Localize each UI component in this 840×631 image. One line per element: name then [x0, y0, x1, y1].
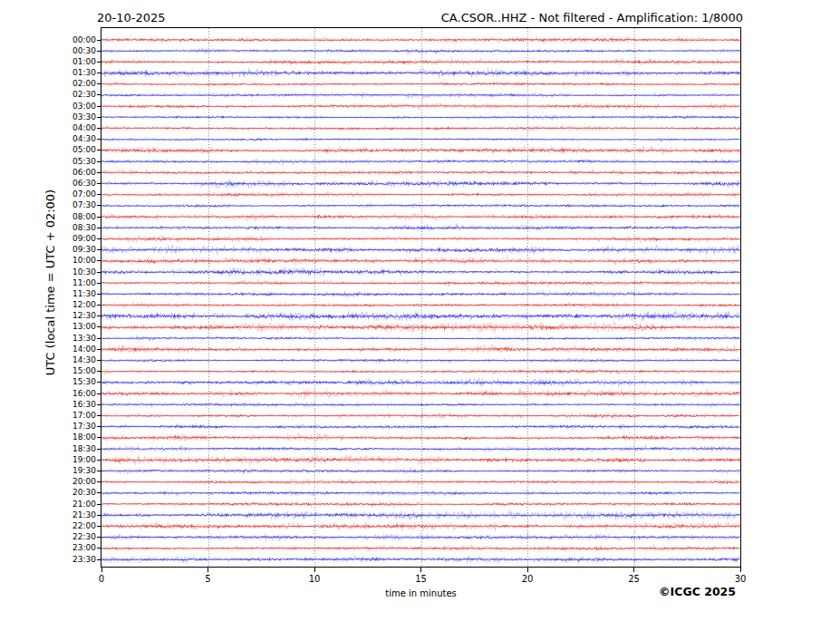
y-tick-label: 17:00 — [56, 411, 96, 421]
y-tick-label: 23:30 — [56, 555, 96, 565]
y-tick-mark — [97, 106, 101, 107]
y-tick-mark — [97, 294, 101, 295]
station-title: CA.CSOR..HHZ - Not filtered - Amplificat… — [441, 11, 743, 24]
y-tick-mark — [97, 40, 101, 41]
x-tick-mark — [633, 568, 634, 572]
y-tick-label: 20:00 — [56, 477, 96, 487]
y-tick-mark — [97, 449, 101, 450]
y-tick-label: 16:30 — [56, 400, 96, 410]
y-tick-mark — [97, 161, 101, 162]
y-tick-label: 03:30 — [56, 112, 96, 122]
y-tick-label: 23:00 — [56, 543, 96, 553]
x-tick-mark — [208, 568, 208, 572]
y-tick-label: 06:00 — [56, 168, 96, 178]
y-tick-label: 21:00 — [56, 500, 96, 510]
y-tick-mark — [97, 338, 101, 339]
y-tick-label: 07:00 — [56, 189, 96, 199]
y-tick-label: 11:00 — [56, 278, 96, 288]
copyright-text: ©ICGC 2025 — [659, 585, 736, 598]
y-tick-mark — [97, 559, 101, 560]
y-tick-mark — [97, 515, 101, 516]
y-tick-label: 13:00 — [56, 322, 96, 332]
x-tick-label: 20 — [509, 574, 546, 584]
y-tick-mark — [97, 139, 101, 140]
y-tick-label: 19:00 — [56, 455, 96, 465]
y-tick-mark — [97, 460, 101, 461]
y-tick-label: 08:00 — [56, 212, 96, 222]
y-tick-label: 21:30 — [56, 510, 96, 520]
y-tick-label: 22:30 — [56, 532, 96, 542]
y-tick-mark — [97, 526, 101, 527]
y-tick-mark — [97, 228, 101, 228]
y-tick-mark — [97, 437, 101, 438]
y-tick-label: 09:00 — [56, 234, 96, 244]
x-tick-mark — [527, 568, 528, 572]
y-tick-label: 11:30 — [56, 289, 96, 299]
y-tick-label: 08:30 — [56, 223, 96, 233]
y-tick-mark — [97, 249, 101, 250]
x-tick-mark — [314, 568, 315, 572]
y-tick-mark — [97, 349, 101, 350]
x-axis-label: time in minutes — [101, 588, 740, 598]
x-tick-label: 5 — [190, 574, 227, 584]
y-tick-label: 09:30 — [56, 245, 96, 255]
y-tick-label: 03:00 — [56, 102, 96, 112]
y-tick-mark — [97, 305, 101, 306]
y-tick-mark — [97, 481, 101, 482]
y-tick-label: 10:30 — [56, 267, 96, 277]
y-tick-label: 04:00 — [56, 123, 96, 133]
x-tick-label: 0 — [83, 574, 120, 584]
x-tick-label: 25 — [616, 574, 652, 584]
y-tick-mark — [97, 194, 101, 195]
y-tick-mark — [97, 73, 101, 73]
y-tick-mark — [97, 117, 101, 118]
y-tick-mark — [97, 360, 101, 361]
y-tick-label: 22:00 — [56, 521, 96, 531]
y-tick-label: 02:00 — [56, 79, 96, 89]
y-tick-label: 15:30 — [56, 377, 96, 387]
y-tick-mark — [97, 316, 101, 316]
y-tick-label: 04:30 — [56, 134, 96, 144]
y-tick-mark — [97, 272, 101, 273]
y-tick-label: 05:00 — [56, 145, 96, 155]
y-tick-label: 18:00 — [56, 432, 96, 442]
x-tick-label: 10 — [296, 574, 333, 584]
y-tick-label: 07:30 — [56, 200, 96, 210]
y-tick-mark — [97, 371, 101, 372]
y-tick-label: 20:30 — [56, 488, 96, 498]
y-tick-label: 19:30 — [56, 466, 96, 476]
y-tick-mark — [97, 415, 101, 416]
y-tick-mark — [97, 62, 101, 63]
y-tick-mark — [97, 172, 101, 173]
helicorder-page: 20-10-2025 CA.CSOR..HHZ - Not filtered -… — [0, 0, 840, 631]
y-tick-label: 15:00 — [56, 366, 96, 376]
y-tick-label: 12:30 — [56, 311, 96, 321]
x-tick-mark — [420, 568, 421, 572]
y-tick-mark — [97, 471, 101, 471]
y-tick-label: 05:30 — [56, 157, 96, 167]
y-tick-mark — [97, 217, 101, 218]
x-tick-mark — [101, 568, 102, 572]
y-tick-mark — [97, 492, 101, 493]
y-tick-label: 16:00 — [56, 389, 96, 399]
y-tick-mark — [97, 504, 101, 505]
y-axis-label: UTC (local time = UTC + 02:00) — [43, 111, 58, 455]
seismogram-traces — [101, 28, 740, 567]
y-tick-mark — [97, 537, 101, 538]
y-tick-label: 01:30 — [56, 68, 96, 78]
y-tick-mark — [97, 382, 101, 383]
y-tick-mark — [97, 128, 101, 129]
date-title: 20-10-2025 — [97, 11, 166, 24]
y-tick-mark — [97, 94, 101, 95]
x-tick-label: 15 — [403, 574, 439, 584]
y-tick-mark — [97, 548, 101, 548]
y-tick-mark — [97, 205, 101, 206]
y-tick-label: 06:30 — [56, 179, 96, 189]
x-tick-label: 30 — [722, 574, 758, 584]
y-tick-mark — [97, 393, 101, 394]
y-tick-label: 13:30 — [56, 334, 96, 344]
y-tick-label: 01:00 — [56, 57, 96, 67]
y-tick-mark — [97, 83, 101, 84]
y-tick-label: 14:30 — [56, 355, 96, 365]
y-tick-mark — [97, 260, 101, 261]
